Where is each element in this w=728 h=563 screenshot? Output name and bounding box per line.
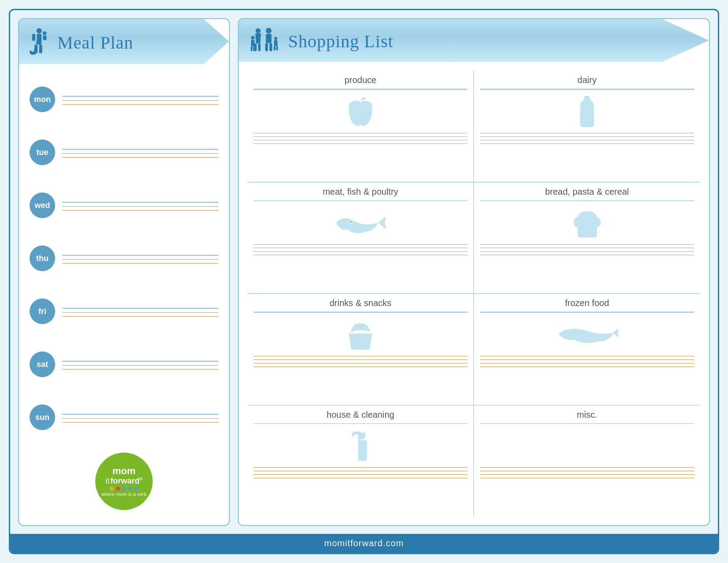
- apple-icon: [345, 94, 376, 129]
- cupcake-icon: [345, 319, 376, 350]
- line-orange: [480, 356, 694, 356]
- line-orange: [62, 365, 218, 366]
- svg-rect-3: [39, 45, 42, 53]
- line-orange: [480, 251, 694, 252]
- frozen-lines: [480, 356, 694, 401]
- line-orange: [62, 312, 218, 313]
- produce-icon-area: [254, 91, 467, 131]
- line-orange: [480, 244, 694, 245]
- section-title-misc: misc.: [480, 410, 694, 420]
- line-orange: [62, 418, 218, 419]
- day-label-mon: mon: [34, 95, 51, 104]
- line-orange: [254, 467, 467, 468]
- line-orange: [254, 471, 467, 471]
- day-circle-fri: fri: [30, 299, 55, 324]
- day-row-mon: mon: [30, 87, 218, 112]
- line-orange: [480, 474, 694, 475]
- svg-rect-17: [270, 43, 272, 51]
- svg-rect-25: [276, 46, 278, 50]
- section-title-dairy: dairy: [480, 75, 694, 85]
- line-orange: [254, 140, 467, 140]
- section-house: house & cleaning: [248, 405, 474, 517]
- day-label-tue: tue: [37, 148, 49, 157]
- dot-3: [122, 487, 126, 491]
- misc-lines: [480, 467, 694, 512]
- day-circle-thu: thu: [30, 246, 55, 271]
- bread-icon-area: [480, 203, 694, 242]
- svg-rect-6: [43, 35, 47, 40]
- line-orange: [62, 206, 218, 207]
- day-lines-mon: [62, 94, 218, 105]
- section-title-drinks: drinks & snacks: [254, 298, 467, 308]
- line-orange: [62, 259, 218, 260]
- section-title-frozen: frozen food: [480, 298, 694, 308]
- day-circle-tue: tue: [30, 140, 55, 165]
- svg-rect-13: [258, 43, 261, 51]
- meal-plan-header: Meal Plan: [19, 19, 229, 64]
- line-orange: [480, 359, 694, 360]
- line-orange: [480, 136, 694, 137]
- line-orange: [254, 251, 467, 252]
- house-icon-area: [254, 426, 467, 465]
- day-lines-tue: [62, 147, 218, 158]
- day-circle-wed: wed: [30, 193, 55, 218]
- day-label-wed: wed: [34, 201, 50, 210]
- line-orange: [254, 363, 467, 363]
- svg-point-8: [30, 50, 32, 53]
- line-blue: [480, 200, 694, 201]
- day-lines-wed: [62, 200, 218, 211]
- svg-point-14: [266, 28, 272, 34]
- svg-point-5: [43, 31, 47, 35]
- bread-icon: [572, 206, 603, 239]
- logo-dots: [110, 487, 139, 491]
- line-orange: [62, 100, 218, 101]
- line-blue: [62, 361, 218, 362]
- day-lines-thu: [62, 253, 218, 264]
- footer-text: momitforward.com: [324, 538, 404, 548]
- line-blue: [480, 423, 694, 424]
- dairy-icon-area: [480, 91, 694, 131]
- section-frozen: frozen food: [474, 294, 700, 405]
- dot-2: [116, 487, 120, 491]
- day-circle-sat: sat: [30, 351, 55, 377]
- logo-text-it: it: [105, 476, 109, 486]
- line-orange: [254, 478, 467, 478]
- section-title-bread: bread, pasta & cereal: [480, 187, 694, 197]
- line-orange: [480, 471, 694, 471]
- section-drinks: drinks & snacks: [248, 294, 474, 405]
- spray-bottle-icon: [351, 427, 371, 465]
- day-row-wed: wed: [30, 193, 218, 218]
- svg-rect-19: [251, 40, 255, 46]
- svg-rect-29: [353, 431, 360, 435]
- day-label-fri: fri: [38, 307, 46, 316]
- line-orange: [62, 263, 218, 264]
- svg-rect-24: [274, 46, 275, 50]
- day-lines-sat: [62, 359, 218, 370]
- line-orange: [62, 104, 218, 105]
- line-orange: [480, 467, 694, 468]
- shopping-list-title: Shopping List: [288, 31, 394, 52]
- dot-5: [135, 487, 139, 491]
- line-orange: [480, 478, 694, 478]
- person-icon: [28, 27, 52, 58]
- svg-point-27: [350, 221, 352, 223]
- frozen-food-icon: [556, 322, 618, 346]
- frozen-icon-area: [480, 314, 694, 354]
- svg-point-22: [274, 37, 277, 40]
- dot-1: [110, 487, 114, 491]
- day-row-thu: thu: [30, 246, 218, 271]
- bread-lines: [480, 244, 694, 289]
- svg-rect-1: [37, 34, 42, 45]
- line-orange: [254, 474, 467, 475]
- line-orange: [254, 359, 467, 360]
- line-blue: [62, 149, 218, 150]
- logo-tagline: where mom is a verb: [101, 491, 146, 497]
- line-orange: [254, 248, 467, 248]
- svg-rect-20: [251, 46, 252, 51]
- section-title-produce: produce: [254, 75, 467, 85]
- misc-icon-area: [480, 426, 694, 465]
- section-title-house: house & cleaning: [254, 410, 467, 420]
- svg-rect-16: [265, 43, 268, 51]
- line-orange: [480, 363, 694, 363]
- day-circle-sun: sun: [30, 404, 55, 430]
